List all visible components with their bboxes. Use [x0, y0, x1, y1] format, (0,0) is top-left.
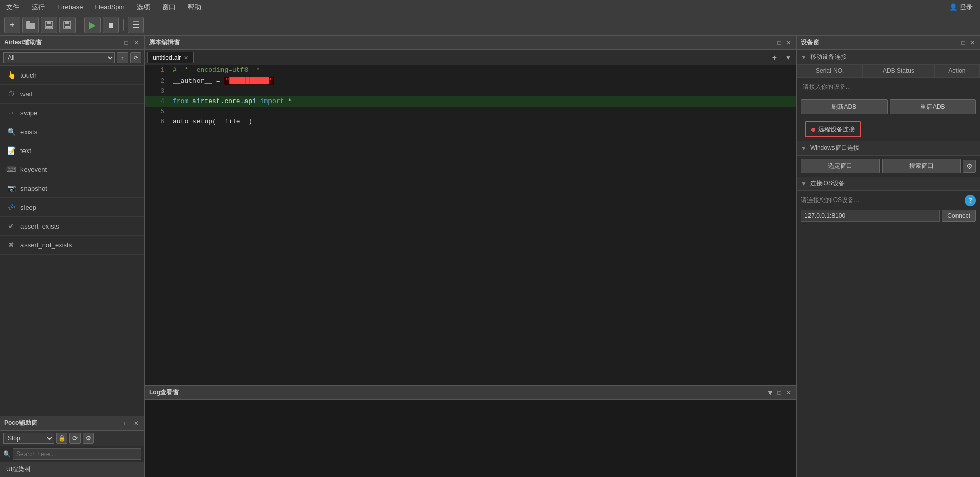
remote-dot-indicator — [811, 128, 815, 132]
remote-connect-button[interactable]: 远程设备连接 — [805, 121, 861, 137]
table-header-adb: ADB Status — [863, 65, 934, 78]
poco-search-input[interactable] — [13, 448, 141, 460]
text-icon: 📝 — [6, 145, 16, 156]
poco-settings-btn[interactable]: ⚙ — [83, 433, 94, 444]
poco-refresh-btn[interactable]: ⟳ — [69, 433, 81, 444]
airtest-item-touch-label: touch — [20, 71, 37, 79]
svg-rect-0 — [26, 23, 35, 29]
remote-connect-container: 远程设备连接 — [797, 117, 980, 141]
menu-firebase[interactable]: Firebase — [55, 2, 85, 12]
record-button[interactable]: ☰ — [128, 17, 144, 33]
windows-extra-btn[interactable]: ⚙ — [963, 160, 976, 173]
airtest-item-text[interactable]: 📝 text — [0, 141, 144, 160]
airtest-refresh-btn[interactable]: ⟳ — [130, 52, 141, 63]
menu-run[interactable]: 运行 — [30, 2, 47, 13]
windows-section-header[interactable]: ▼ Windows窗口连接 — [797, 141, 980, 156]
menu-file[interactable]: 文件 — [4, 2, 21, 13]
airtest-item-wait[interactable]: ⏱ wait — [0, 85, 144, 104]
poco-controls: Stop 🔒 ⟳ ⚙ — [0, 431, 144, 446]
windows-section-content: 选定窗口 搜索窗口 ⚙ — [797, 156, 980, 177]
log-win-ctrl: ▼ □ ✕ — [767, 389, 792, 396]
airtest-export-btn[interactable]: ↑ — [117, 52, 128, 63]
user-icon: 👤 — [949, 3, 958, 11]
code-line-2: 2 __author__ = "██████████" — [145, 76, 796, 87]
menu-options[interactable]: 选项 — [135, 2, 152, 13]
toolbar-separator-2 — [123, 19, 124, 31]
menu-window[interactable]: 窗口 — [160, 2, 178, 13]
poco-tree-item-ui[interactable]: UI渲染树 — [0, 462, 144, 477]
ios-help-button[interactable]: ? — [965, 195, 976, 206]
device-close-btn[interactable]: ✕ — [969, 39, 976, 46]
log-close-btn[interactable]: ✕ — [785, 389, 792, 396]
login-button[interactable]: 👤 登录 — [946, 2, 976, 13]
log-minimize-btn[interactable]: □ — [776, 389, 783, 396]
menu-headspin[interactable]: HeadSpin — [93, 2, 127, 12]
log-content — [145, 400, 796, 477]
ios-section-header[interactable]: ▼ 连接iOS设备 — [797, 177, 980, 191]
touch-icon: 👆 — [6, 70, 16, 80]
toolbar-separator-1 — [80, 19, 80, 31]
ios-section-title: 连接iOS设备 — [810, 179, 845, 188]
editor-tab-untitled[interactable]: untitled.air ✕ — [147, 52, 194, 63]
editor-minimize-btn[interactable]: □ — [776, 39, 783, 46]
airtest-item-sleep[interactable]: 💤 sleep — [0, 198, 144, 217]
windows-btn-row: 选定窗口 搜索窗口 ⚙ — [801, 159, 976, 173]
select-window-button[interactable]: 选定窗口 — [801, 159, 880, 173]
log-panel: Log查看窗 ▼ □ ✕ — [145, 385, 796, 477]
airtest-item-exists[interactable]: 🔍 exists — [0, 122, 144, 141]
device-expand-btn[interactable]: □ — [960, 39, 967, 46]
airtest-dropdown-row: All ↑ ⟳ — [0, 50, 144, 66]
editor-tab-close-btn[interactable]: ✕ — [184, 55, 188, 61]
stop-button[interactable]: ⏹ — [103, 17, 119, 33]
airtest-item-keyevent[interactable]: ⌨ keyevent — [0, 160, 144, 179]
swipe-icon: ↔ — [6, 108, 16, 118]
airtest-item-sleep-label: sleep — [20, 204, 36, 211]
airtest-expand-btn[interactable]: □ — [122, 39, 130, 47]
airtest-item-assert-not-exists[interactable]: ✖ assert_not_exists — [0, 236, 144, 255]
sleep-icon: 💤 — [6, 202, 16, 212]
save-button[interactable] — [41, 17, 57, 33]
keyevent-icon: ⌨ — [6, 164, 16, 174]
assert-exists-icon: ✔ — [6, 221, 16, 231]
code-line-6: 6 auto_setup(__file__) — [145, 117, 796, 128]
editor-tab-label: untitled.air — [153, 54, 181, 61]
code-line-3: 3 — [145, 87, 796, 96]
airtest-panel-header: Airtest辅助窗 □ ✕ — [0, 36, 144, 50]
exists-icon: 🔍 — [6, 127, 16, 137]
airtest-close-btn[interactable]: ✕ — [132, 39, 140, 47]
menu-bar: 文件 运行 Firebase HeadSpin 选项 窗口 帮助 👤 登录 — [0, 0, 980, 14]
new-button[interactable]: + — [4, 17, 20, 33]
poco-panel: Poco辅助窗 □ ✕ Stop 🔒 ⟳ ⚙ 🔍 UI渲染树 — [0, 416, 144, 477]
poco-lock-btn[interactable]: 🔒 — [56, 433, 67, 444]
restart-adb-button[interactable]: 重启ADB — [890, 99, 976, 114]
editor-close-btn[interactable]: ✕ — [785, 39, 792, 46]
open-button[interactable] — [22, 17, 39, 33]
airtest-category-select[interactable]: All — [3, 52, 115, 63]
airtest-item-assert-exists[interactable]: ✔ assert_exists — [0, 217, 144, 236]
code-editor[interactable]: 1 # -*- encoding=utf8 -*- 2 __author__ =… — [145, 65, 796, 385]
mobile-section-header[interactable]: ▼ 移动设备连接 — [797, 50, 980, 64]
assert-not-exists-icon: ✖ — [6, 240, 16, 250]
airtest-item-swipe[interactable]: ↔ swipe — [0, 104, 144, 122]
editor-add-tab-btn[interactable]: + — [769, 53, 780, 62]
ios-connect-button[interactable]: Connect — [942, 210, 976, 222]
menu-help[interactable]: 帮助 — [186, 2, 203, 13]
search-window-button[interactable]: 搜索窗口 — [882, 159, 961, 173]
airtest-item-snapshot[interactable]: 📷 snapshot — [0, 179, 144, 198]
editor-panel: 脚本编辑窗 □ ✕ untitled.air ✕ + ▼ 1 — [145, 36, 796, 385]
poco-expand-btn[interactable]: □ — [122, 419, 130, 428]
airtest-item-touch[interactable]: 👆 touch — [0, 66, 144, 85]
svg-rect-6 — [65, 21, 69, 24]
run-button[interactable]: ▶ — [84, 17, 101, 33]
editor-tab-dropdown-btn[interactable]: ▼ — [782, 54, 794, 61]
save-as-button[interactable]: + — [59, 17, 76, 33]
svg-rect-1 — [26, 21, 30, 24]
poco-search-row: 🔍 — [0, 446, 144, 462]
ios-address-input[interactable] — [801, 210, 940, 222]
poco-close-btn[interactable]: ✕ — [132, 419, 140, 428]
airtest-item-wait-label: wait — [20, 90, 32, 98]
center-panel: 脚本编辑窗 □ ✕ untitled.air ✕ + ▼ 1 — [145, 36, 796, 477]
refresh-adb-button[interactable]: 刷新ADB — [801, 99, 888, 114]
poco-mode-select[interactable]: Stop — [3, 433, 54, 444]
log-filter-btn[interactable]: ▼ — [767, 389, 774, 396]
